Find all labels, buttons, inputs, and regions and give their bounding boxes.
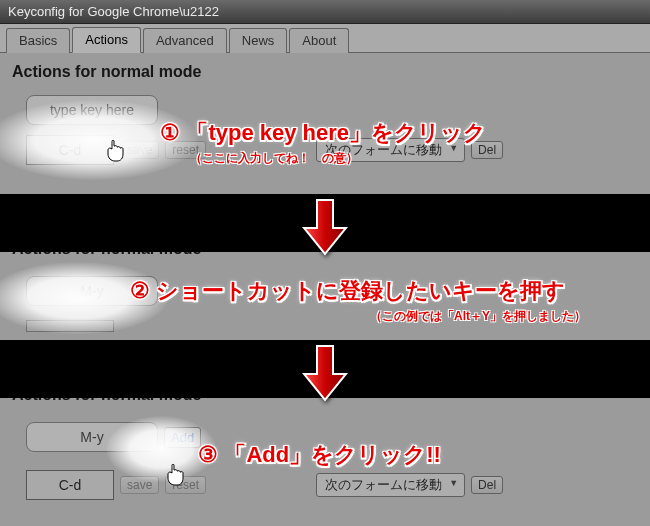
save-button[interactable]: save	[120, 141, 159, 159]
panel-step-2: Actions for normal mode	[0, 252, 650, 340]
reset-button[interactable]: reset	[165, 476, 206, 494]
delete-button[interactable]: Del	[471, 141, 503, 159]
reset-button[interactable]: reset	[165, 141, 206, 159]
key-capture-input[interactable]	[26, 422, 158, 452]
add-button[interactable]: Add	[164, 427, 201, 448]
binding-key-display: C-d	[26, 470, 114, 500]
delete-button[interactable]: Del	[471, 476, 503, 494]
section-heading: Actions for normal mode	[0, 53, 650, 81]
binding-key-display	[26, 320, 114, 332]
action-select[interactable]: 次のフォームに移動	[316, 138, 465, 162]
tab-actions[interactable]: Actions	[72, 27, 141, 53]
down-arrow-icon	[302, 198, 348, 256]
window-title: Keyconfig for Google Chrome\u2122	[8, 4, 219, 19]
tab-about[interactable]: About	[289, 28, 349, 53]
key-capture-input[interactable]	[26, 95, 158, 125]
window-titlebar: Keyconfig for Google Chrome\u2122	[0, 0, 650, 24]
tab-basics[interactable]: Basics	[6, 28, 70, 53]
tab-bar: Basics Actions Advanced News About	[0, 24, 650, 53]
down-arrow-icon	[302, 344, 348, 402]
key-capture-input[interactable]	[26, 276, 158, 306]
panel-step-1: Basics Actions Advanced News About Actio…	[0, 24, 650, 194]
tab-advanced[interactable]: Advanced	[143, 28, 227, 53]
action-select[interactable]: 次のフォームに移動	[316, 473, 465, 497]
tab-news[interactable]: News	[229, 28, 288, 53]
binding-key-display: C-d	[26, 135, 114, 165]
panel-step-3: Actions for normal mode Add C-d save res…	[0, 398, 650, 526]
save-button[interactable]: save	[120, 476, 159, 494]
